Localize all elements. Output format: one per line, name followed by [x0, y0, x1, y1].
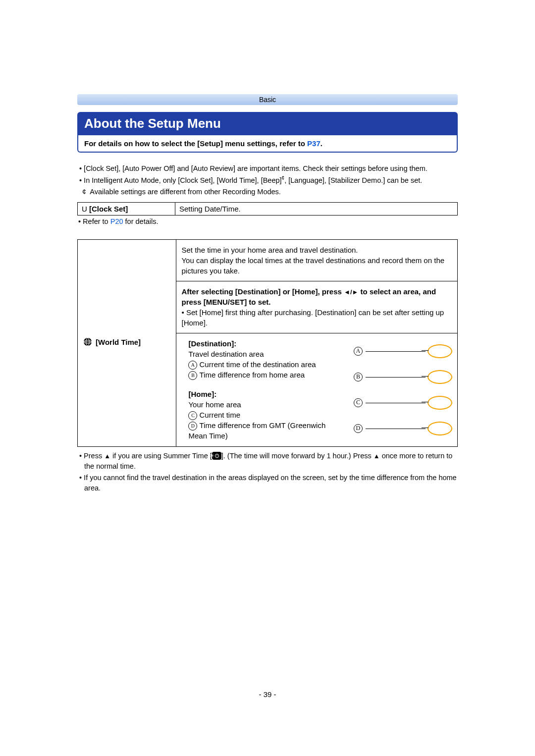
intro-bullets: • [Clock Set], [Auto Power Off] and [Aut… — [77, 163, 458, 197]
world-time-intro-text: Set the time in your home area and trave… — [181, 246, 444, 275]
clock-note-post: for details. — [123, 217, 159, 225]
f1-pre: Press — [84, 452, 104, 460]
dest-item-a: ACurrent time of the destination area — [188, 359, 343, 370]
diagram-row-c: C — [354, 390, 452, 416]
reference-info-box: For details on how to select the [Setup]… — [77, 135, 458, 153]
intro-bullet-1-text: [Clock Set], [Auto Power Off] and [Auto … — [84, 164, 428, 172]
f2-text: If you cannot find the travel destinatio… — [84, 474, 457, 492]
intro-sub-marker: ¢ — [82, 188, 86, 196]
destination-heading: [Destination]: — [188, 338, 343, 349]
footer-bullet-1: • Press ▲ if you are using Summer Time [… — [77, 451, 458, 472]
page-title-text: About the Setup Menu — [84, 116, 221, 131]
diagram-row-a: A — [354, 338, 452, 364]
infobox-suffix: . — [321, 139, 322, 148]
intro-bullet-2: • In Intelligent Auto Mode, only [Clock … — [77, 175, 458, 186]
up-arrow-icon: ▲ — [104, 452, 110, 460]
section-header: Basic — [77, 94, 458, 105]
home-c-text: Current time — [199, 411, 240, 419]
world-time-label-cell: [World Time] — [78, 239, 176, 446]
clock-set-note: • Refer to P20 for details. — [78, 217, 458, 225]
circle-c-icon: C — [188, 411, 197, 420]
diagram-label-b: B — [354, 373, 363, 381]
diagram-oval — [428, 422, 452, 435]
diagram-row-d: D — [354, 416, 452, 441]
home-item-d: DTime difference from GMT (Greenwich Mea… — [188, 420, 343, 441]
destination-sub: Travel destination area — [188, 349, 343, 359]
world-time-intro-cell: Set the time in your home area and trave… — [176, 239, 458, 281]
diagram-oval — [428, 344, 452, 358]
world-time-table: [World Time] Set the time in your home a… — [77, 239, 458, 447]
wt-instr-note: Set [Home] first thing after purchasing.… — [181, 308, 444, 327]
intro-sub-note: ¢ Available settings are different from … — [77, 187, 458, 197]
clock-set-label-cell: U [Clock Set] — [78, 202, 175, 215]
world-time-details-cell: [Destination]: Travel destination area A… — [176, 333, 349, 447]
home-heading: [Home]: — [188, 389, 343, 399]
diagram-row-b: B — [354, 364, 452, 390]
dest-a-text: Current time of the destination area — [199, 360, 316, 369]
diagram-oval — [428, 370, 452, 384]
home-d-text: Time difference from GMT (Greenwich Mean… — [188, 421, 325, 440]
clock-set-label: [Clock Set] — [89, 205, 128, 213]
footer-bullets: • Press ▲ if you are using Summer Time [… — [77, 451, 458, 493]
clock-set-table: U [Clock Set] Setting Date/Time. — [77, 202, 458, 216]
circle-d-icon: D — [188, 422, 197, 431]
clock-note-link-p20[interactable]: P20 — [110, 217, 123, 225]
footer-bullet-2: • If you cannot find the travel destinat… — [77, 473, 458, 493]
world-time-instruction-cell: After selecting [Destination] or [Home],… — [176, 281, 458, 333]
intro-bullet-2-pre: In Intelligent Auto Mode, only [Clock Se… — [84, 176, 282, 184]
circle-a-icon: A — [188, 361, 197, 370]
intro-sub-text: Available settings are different from ot… — [90, 188, 281, 196]
page-title: About the Setup Menu — [77, 112, 458, 135]
diagram-label-a: A — [354, 347, 363, 356]
up-arrow-icon: ▲ — [374, 452, 380, 460]
clock-set-desc-cell: Setting Date/Time. — [175, 202, 458, 215]
infobox-prefix: For details on how to select the [Setup]… — [84, 139, 307, 148]
intro-bullet-2-post: , [Language], [Stabilizer Demo.] can be … — [284, 176, 422, 184]
diagram-line — [366, 377, 426, 378]
f1-mid2: ]. (The time will move forward by 1 hour… — [221, 452, 374, 460]
intro-bullet-1: • [Clock Set], [Auto Power Off] and [Aut… — [77, 163, 458, 174]
page-number: - 39 - — [0, 690, 535, 699]
summer-time-icon: ☀⊙ — [212, 452, 221, 460]
world-time-diagram-cell: A B C D — [349, 333, 458, 447]
globe-icon — [83, 337, 93, 349]
diagram-label-c: C — [354, 398, 363, 407]
clock-set-icon: U — [82, 205, 87, 213]
wt-instr-pre: After selecting [Destination] or [Home],… — [181, 287, 344, 296]
diagram-oval — [428, 396, 452, 410]
section-header-text: Basic — [259, 96, 276, 104]
diagram-line — [366, 403, 426, 403]
circle-b-icon: B — [188, 371, 197, 380]
f1-mid1: if you are using Summer Time [ — [110, 452, 212, 460]
clock-note-pre: Refer to — [83, 217, 110, 225]
diagram-line — [366, 351, 426, 352]
home-sub: Your home area — [188, 399, 343, 410]
dest-item-b: BTime difference from home area — [188, 370, 343, 380]
left-right-arrow-icon: ◄/► — [344, 288, 358, 296]
home-item-c: CCurrent time — [188, 410, 343, 420]
diagram-line — [366, 429, 426, 429]
diagram-label-d: D — [354, 424, 363, 433]
page-number-text: - 39 - — [259, 690, 276, 699]
dest-b-text: Time difference from home area — [199, 371, 305, 379]
infobox-link-p37[interactable]: P37 — [307, 139, 321, 148]
clock-set-desc: Setting Date/Time. — [179, 205, 241, 213]
world-time-label: [World Time] — [96, 338, 141, 346]
